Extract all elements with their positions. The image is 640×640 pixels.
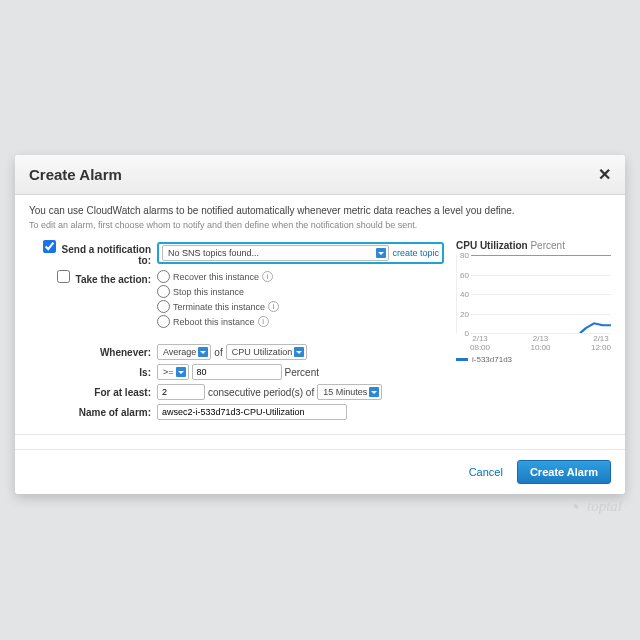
action-radio-group: Recover this instancei Stop this instanc…	[157, 270, 279, 328]
intro-text: You can use CloudWatch alarms to be noti…	[29, 205, 611, 216]
chart-column: CPU Utilization Percent 80 60 40 20 0	[456, 240, 611, 424]
chart-plot	[471, 255, 611, 333]
alarm-name-label: Name of alarm:	[29, 407, 157, 418]
chart-title: CPU Utilization Percent	[456, 240, 611, 251]
cpu-chart: 80 60 40 20 0	[456, 255, 611, 333]
period-length-select[interactable]: 15 Minutes	[317, 384, 382, 400]
modal-header: Create Alarm ✕	[15, 155, 625, 195]
info-icon[interactable]: i	[258, 316, 269, 327]
legend-swatch	[456, 358, 468, 361]
divider	[15, 434, 625, 435]
sns-topic-select[interactable]: No SNS topics found...	[162, 245, 389, 261]
series-line	[580, 323, 611, 333]
alarm-name-input[interactable]	[157, 404, 347, 420]
close-icon[interactable]: ✕	[598, 165, 611, 184]
whenever-label: Whenever:	[29, 347, 157, 358]
create-alarm-button[interactable]: Create Alarm	[517, 460, 611, 484]
action-terminate[interactable]: Terminate this instancei	[157, 300, 279, 313]
info-icon[interactable]: i	[268, 301, 279, 312]
info-icon[interactable]: i	[262, 271, 273, 282]
cancel-button[interactable]: Cancel	[469, 466, 503, 478]
form-column: Send a notification to: No SNS topics fo…	[29, 240, 444, 424]
modal-title: Create Alarm	[29, 166, 122, 183]
toptal-logo-icon	[569, 500, 583, 514]
take-action-checkbox[interactable]	[57, 270, 70, 283]
watermark: toptal	[569, 498, 622, 515]
periods-input[interactable]	[157, 384, 205, 400]
action-recover[interactable]: Recover this instancei	[157, 270, 279, 283]
statistic-select[interactable]: Average	[157, 344, 211, 360]
send-notification-checkbox[interactable]	[43, 240, 56, 253]
create-topic-link[interactable]: create topic	[392, 248, 439, 258]
threshold-input[interactable]	[192, 364, 282, 380]
chart-x-labels: 2/1308:00 2/1310:00 2/1312:00	[456, 335, 611, 353]
for-at-least-label: For at least:	[29, 387, 157, 398]
chart-legend: i-533d71d3	[456, 355, 611, 364]
take-action-label: Take the action:	[57, 274, 151, 285]
action-reboot[interactable]: Reboot this instancei	[157, 315, 279, 328]
subintro-text: To edit an alarm, first choose whom to n…	[29, 220, 611, 230]
metric-select[interactable]: CPU Utilization	[226, 344, 308, 360]
modal-footer: Cancel Create Alarm	[15, 449, 625, 494]
is-label: Is:	[29, 367, 157, 378]
action-stop[interactable]: Stop this instance	[157, 285, 279, 298]
operator-select[interactable]: >=	[157, 364, 189, 380]
create-alarm-modal: Create Alarm ✕ You can use CloudWatch al…	[15, 155, 625, 494]
send-notification-label: Send a notification to:	[43, 244, 151, 266]
modal-body: You can use CloudWatch alarms to be noti…	[15, 195, 625, 449]
